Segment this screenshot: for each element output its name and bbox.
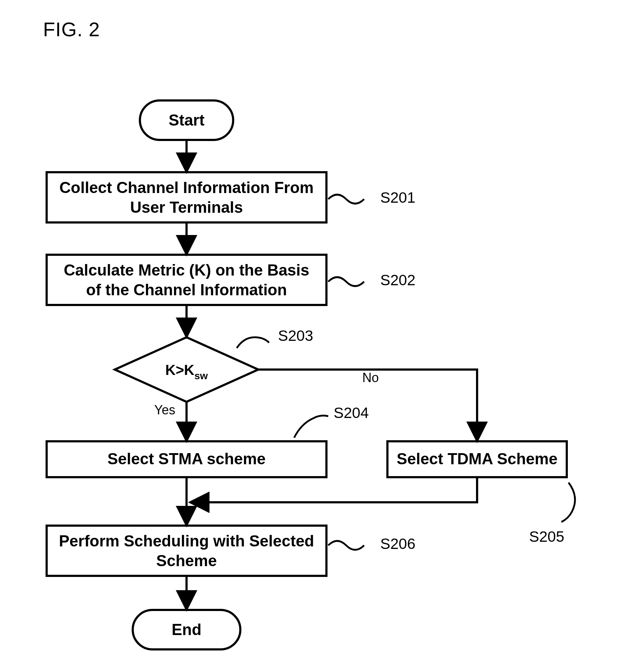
s204-node: Select STMA scheme (47, 441, 326, 477)
end-node: End (133, 610, 240, 649)
s201-connector (328, 195, 364, 204)
s202-line2: of the Channel Information (86, 281, 287, 299)
s205-connector (561, 483, 575, 522)
s203-sub: sw (194, 370, 208, 381)
s203-text: K>Ksw (165, 362, 208, 381)
s205-text: Select TDMA Scheme (397, 450, 557, 467)
s201-label: S201 (380, 189, 415, 206)
s206-connector (328, 541, 364, 550)
s202-line1: Calculate Metric (K) on the Basis (64, 261, 310, 279)
s201-node: Collect Channel Information From User Te… (47, 172, 326, 222)
s205-label: S205 (529, 528, 564, 545)
edge-s205-merge (192, 477, 477, 502)
s203-label: S203 (278, 327, 313, 344)
flowchart-svg: Start Collect Channel Information From U… (0, 0, 636, 672)
end-text: End (171, 621, 201, 638)
s204-label: S204 (334, 404, 369, 421)
s202-label: S202 (380, 272, 415, 288)
s206-line1: Perform Scheduling with Selected (59, 532, 314, 550)
s204-text: Select STMA scheme (108, 450, 266, 467)
s201-line2: User Terminals (130, 198, 243, 216)
start-node: Start (140, 100, 233, 140)
s202-node: Calculate Metric (K) on the Basis of the… (47, 255, 326, 305)
start-text: Start (169, 111, 205, 129)
s206-line2: Scheme (156, 552, 217, 569)
s201-line1: Collect Channel Information From (60, 179, 314, 196)
edge-yes-label: Yes (154, 403, 175, 417)
s203-prefix: K>K (165, 362, 194, 378)
s206-label: S206 (380, 535, 415, 552)
s202-connector (328, 277, 364, 286)
edge-no-label: No (362, 370, 379, 385)
s203-connector (237, 337, 269, 348)
s206-node: Perform Scheduling with Selected Scheme (47, 526, 326, 576)
s204-connector (294, 415, 328, 438)
s205-node: Select TDMA Scheme (387, 441, 567, 477)
